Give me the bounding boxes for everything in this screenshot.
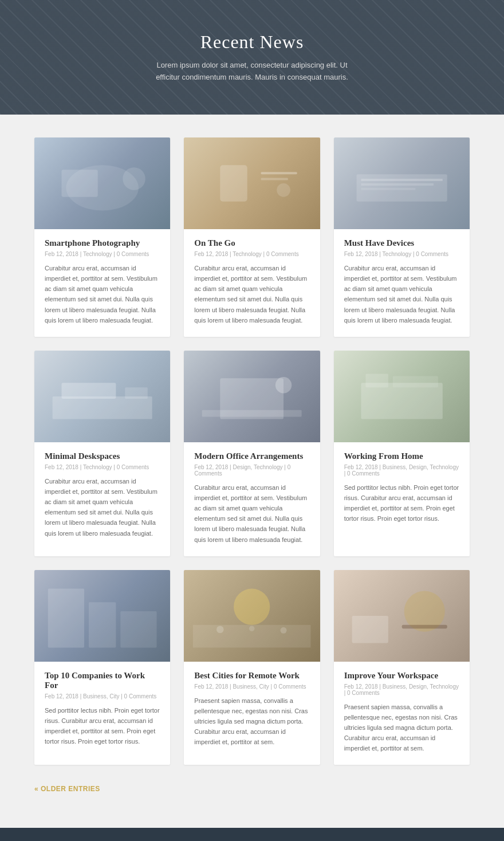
svg-rect-11 [361,179,442,181]
card-3-title: Must Have Devices [344,238,459,248]
svg-rect-15 [53,396,152,419]
card-6-text: Sed porttitor lectus nibh. Proin eget to… [344,482,459,524]
main-content: Smartphone Photography Feb 12, 2018 | Te… [0,115,504,828]
card-3-image [334,137,470,229]
card-2-meta: Feb 12, 2018 | Technology | 0 Comments [194,251,309,257]
card-8-text: Praesent sapien massa, convallis a pelle… [194,695,309,748]
card-7-meta: Feb 12, 2018 | Business, City | 0 Commen… [45,693,160,699]
svg-rect-28 [89,602,116,647]
svg-rect-4 [184,147,320,220]
card-6-image [334,351,470,442]
card-5-meta: Feb 12, 2018 | Design, Technology | 0 Co… [194,464,309,477]
news-card-9[interactable]: Improve Your Workspace Feb 12, 2018 | Bu… [334,570,470,765]
card-8-meta: Feb 12, 2018 | Business, City | 0 Commen… [194,683,309,690]
svg-point-3 [123,167,145,190]
card-8-image [184,570,320,662]
card-4-meta: Feb 12, 2018 | Technology | 0 Comments [45,464,160,470]
news-grid: Smartphone Photography Feb 12, 2018 | Te… [34,137,470,765]
card-3-text: Curabitur arcu erat, accumsan id imperdi… [344,263,459,325]
news-card-3[interactable]: Must Have Devices Feb 12, 2018 | Technol… [334,137,470,337]
news-card-6[interactable]: Working From Home Feb 12, 2018 | Busines… [334,351,470,556]
newsletter-section: Join Our Newsletter Donec rutrum congue … [0,828,504,841]
card-1-title: Smartphone Photography [45,238,160,248]
svg-rect-27 [48,588,84,647]
card-2-title: On The Go [194,238,309,248]
card-7-text: Sed porttitor lectus nibh. Proin eget to… [45,705,160,747]
card-1-image [34,137,170,229]
svg-rect-17 [125,387,148,399]
card-2-text: Curabitur arcu erat, accumsan id imperdi… [194,263,309,325]
card-6-title: Working From Home [344,451,459,461]
card-1-text: Curabitur arcu erat, accumsan id imperdi… [45,263,160,325]
card-4-image [34,351,170,442]
svg-rect-2 [61,170,97,197]
svg-rect-12 [361,183,434,186]
svg-point-33 [216,626,224,633]
card-9-meta: Feb 12, 2018 | Business, Design, Technol… [344,683,459,696]
news-card-4[interactable]: Minimal Deskspaces Feb 12, 2018 | Techno… [34,351,170,556]
hero-section: Recent News Lorem ipsum dolor sit amet, … [0,0,504,115]
card-3-meta: Feb 12, 2018 | Technology | 0 Comments [344,251,459,257]
hero-description: Lorem ipsum dolor sit amet, consectetur … [149,60,355,84]
svg-rect-25 [392,376,438,387]
card-5-title: Modern Office Arrangements [194,451,309,461]
svg-point-34 [249,626,254,631]
news-card-8[interactable]: Best Cities for Remote Work Feb 12, 2018… [184,570,320,765]
card-5-image [184,351,320,442]
older-entries-section: « OLDER ENTRIES [34,783,470,793]
card-8-title: Best Cities for Remote Work [194,671,309,681]
svg-point-31 [234,588,270,624]
card-7-title: Top 10 Companies to Work For [45,671,160,690]
svg-point-8 [277,183,291,197]
svg-rect-16 [61,383,116,399]
news-card-1[interactable]: Smartphone Photography Feb 12, 2018 | Te… [34,137,170,337]
hero-title: Recent News [200,32,304,53]
card-4-title: Minimal Deskspaces [45,451,160,461]
svg-rect-39 [352,616,388,643]
card-5-text: Curabitur arcu erat, accumsan id imperdi… [194,482,309,545]
svg-rect-24 [365,374,388,387]
svg-rect-6 [261,172,297,174]
svg-rect-38 [401,625,447,628]
news-card-7[interactable]: Top 10 Companies to Work For Feb 12, 201… [34,570,170,765]
svg-rect-29 [120,611,156,647]
card-9-text: Praesent sapien massa, convallis a pelle… [344,702,459,754]
card-9-title: Improve Your Workspace [344,671,459,681]
svg-rect-5 [220,165,247,201]
card-6-meta: Feb 12, 2018 | Business, Design, Technol… [344,464,459,477]
svg-point-35 [281,627,287,633]
news-card-2[interactable]: On The Go Feb 12, 2018 | Technology | 0 … [184,137,320,337]
svg-rect-21 [202,410,302,417]
card-7-image [34,570,170,662]
svg-rect-7 [261,178,288,180]
card-1-meta: Feb 12, 2018 | Technology | 0 Comments [45,251,160,257]
svg-point-20 [275,377,292,393]
card-4-text: Curabitur arcu erat, accumsan id imperdi… [45,476,160,539]
svg-rect-13 [361,188,415,190]
card-2-image [184,137,320,229]
svg-rect-23 [361,383,442,419]
older-entries-link[interactable]: « OLDER ENTRIES [34,785,100,793]
news-card-5[interactable]: Modern Office Arrangements Feb 12, 2018 … [184,351,320,556]
card-9-image [334,570,470,662]
